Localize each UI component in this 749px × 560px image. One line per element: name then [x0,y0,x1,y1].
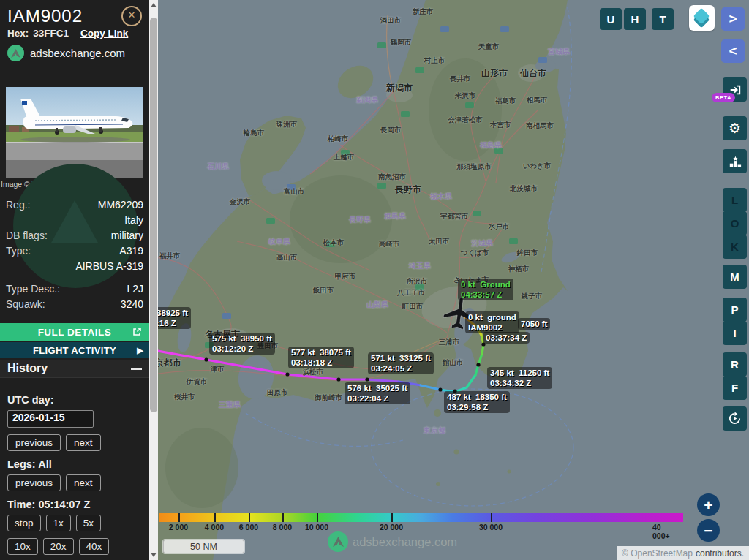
leg-previous-button[interactable]: previous [7,474,61,491]
map-city-label: 御前崎市 [315,393,342,403]
map-prefecture-label: 新潟県 [356,95,378,105]
altitude-tick-label: 10 000 [305,523,328,531]
playback-speed-5x[interactable]: 5x [76,515,101,531]
scroll-down-icon[interactable] [151,553,157,557]
map-toggle-u[interactable]: U [600,8,622,30]
map-city-label: 柏崎市 [328,135,349,144]
collapse-icon[interactable] [131,368,142,370]
playback-speed-40x[interactable]: 40x [79,538,110,555]
aircraft-details: Reg.:MM62209ItalyDB flags:militaryType:A… [0,197,149,312]
full-details-button[interactable]: FULL DETAILS [0,323,149,341]
detail-row: Reg.:MM62209 [6,197,143,213]
brand-text: adsbexchange.com [30,47,125,59]
map-city-label: 高崎市 [379,240,400,249]
copy-link[interactable]: Copy Link [80,28,128,39]
detail-value: military [111,228,143,243]
map-city-label: 富山市 [284,187,305,197]
sidebar-scrollbar[interactable] [149,0,158,560]
leg-next-button[interactable]: next [66,474,101,491]
divider [0,69,149,69]
map-city-label: 三浦市 [439,338,460,347]
adsbexchange-logo-icon [7,45,24,61]
zoom-in-button[interactable]: + [697,493,720,516]
osm-attribution-link[interactable]: © OpenStreetMap [622,548,693,559]
shortcut-button-p[interactable]: P [723,298,747,322]
map-city-label: 本宮市 [490,121,511,130]
layers-button[interactable] [689,5,715,31]
hex-label: Hex: [7,28,29,39]
map-area[interactable]: 新庄市酒田市鶴岡市村上市天童市山形市仙台市宮城県長井市新潟市米沢市福島市相馬市会… [158,0,749,560]
shortcut-button-o[interactable]: O [723,211,747,235]
map-prefecture-label: 東京都 [424,425,445,436]
map-toggle-t[interactable]: T [652,8,674,30]
playback-speed-stop[interactable]: stop [7,515,41,531]
utc-day-label: UTC day: [7,394,142,406]
map-city-label: 館山市 [443,358,464,368]
map-city-label: 宇都宮市 [440,212,468,222]
map-city-label: 長岡市 [380,126,402,135]
detail-row: DB flags:military [6,228,143,243]
map-city-label: 京都市 [158,357,181,369]
brand-row[interactable]: adsbexchange.com [0,40,149,67]
leaderboard-button[interactable] [723,149,747,173]
altitude-tick [214,513,216,522]
map-city-label: 新潟市 [386,82,413,94]
map-city-label: 長野市 [395,183,421,196]
playback-speed-10x[interactable]: 10x [7,538,38,555]
map-city-label: 伊賀市 [187,377,208,387]
altitude-tick [491,513,492,522]
map-city-label: 浜松市 [303,368,324,377]
history-header: History [0,360,149,378]
gear-icon: ⚙ [729,120,741,137]
shortcut-button-r[interactable]: R [723,352,747,377]
map-city-label: 福井市 [159,251,181,261]
external-link-icon [132,327,142,336]
scrollbar-thumb[interactable] [150,18,157,412]
map-city-label: 飯田市 [313,286,334,295]
altitude-tick-label: 4 000 [205,523,224,531]
altitude-legend-bar[interactable] [159,513,683,522]
map-city-label: つくば市 [461,249,489,258]
shortcut-button-f[interactable]: F [723,376,747,400]
day-next-button[interactable]: next [66,434,101,451]
sidebar-collapse-button[interactable]: < [721,39,745,63]
map-prefecture-label: 長野県 [349,215,371,225]
playback-speed-20x[interactable]: 20x [43,538,74,555]
flight-info-panel: IAM9002 ✕ Hex: 33FFC1 Copy Link adsbexch… [0,0,149,560]
altitude-tick-label: 2 000 [169,523,188,531]
map-prefecture-label: 埼玉県 [409,261,431,271]
beta-badge: BETA [712,93,735,102]
map-toggle-h[interactable]: H [624,8,646,30]
day-previous-button[interactable]: previous [7,434,61,451]
map-city-label: 南魚沼市 [378,173,406,182]
close-icon[interactable]: ✕ [121,6,142,26]
map-prefecture-label: 宮城県 [548,47,570,57]
detail-value: AIRBUS A-319 [75,259,143,274]
trace-label: 0 kt Ground04:33:57 Z [458,279,513,300]
utc-day-input[interactable]: 2026-01-15 [7,410,94,428]
shortcut-button-k[interactable]: K [723,235,747,259]
zoom-out-button[interactable]: − [697,519,720,542]
map-watermark: adsbexchange.com [328,531,457,552]
shortcut-button-m[interactable]: M [723,265,747,289]
trace-label: 576 kt 35025 ft03:22:04 Z [345,382,410,404]
playback-speed-1x[interactable]: 1x [46,515,71,531]
replay-button[interactable] [723,406,747,431]
trace-label: 0 kt groundIAM9002 [465,311,519,333]
detail-label: Squawk: [6,297,45,312]
flight-activity-button[interactable]: FLIGHT ACTIVITY ▶ [0,342,149,358]
scroll-up-icon[interactable] [151,3,157,7]
shortcut-button-i[interactable]: I [723,321,747,345]
detail-row: AIRBUS A-319 [6,259,143,274]
trace-label: 575 kt 38950 ft03:12:20 Z [209,333,275,355]
detail-value: A319 [119,243,143,259]
map-city-label: 神栖市 [508,265,530,274]
map-city-label: 水戸市 [489,222,510,232]
shortcut-button-l[interactable]: L [723,188,747,212]
sidebar-expand-button[interactable]: > [721,7,745,31]
altitude-tick [391,513,393,522]
settings-button[interactable]: ⚙ [723,116,747,140]
history-title: History [7,362,48,375]
map-city-label: 津市 [211,365,225,374]
watermark-text: adsbexchange.com [353,535,457,549]
